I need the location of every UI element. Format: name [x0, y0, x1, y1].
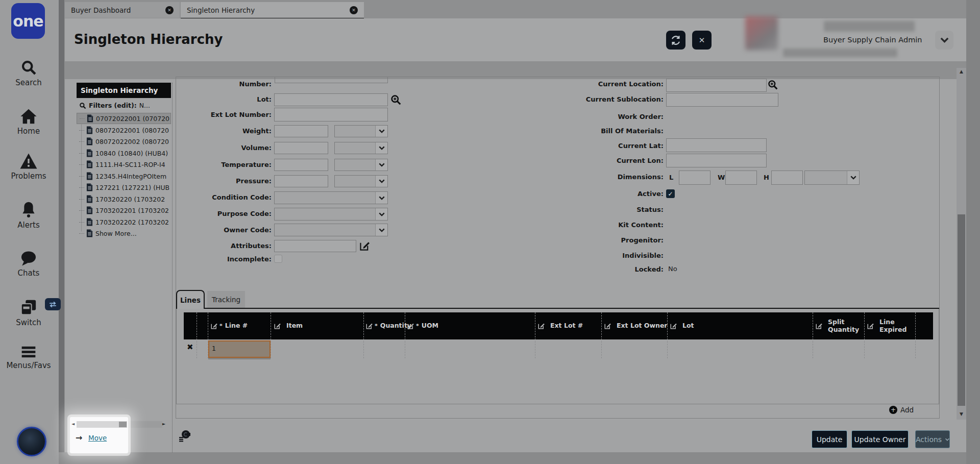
col-header-uom[interactable]: *UOM — [407, 312, 438, 339]
tree-filters-row[interactable]: Filters (edit): N... — [77, 99, 171, 112]
dim-uom-select[interactable] — [804, 170, 860, 185]
current-lat-input[interactable] — [666, 138, 767, 152]
current-lon-input[interactable] — [666, 154, 767, 167]
tab-tracking[interactable]: Tracking — [207, 291, 245, 308]
bell-icon — [20, 201, 37, 218]
menu-icon — [20, 345, 37, 359]
ext-lot-number-input[interactable] — [274, 108, 388, 121]
tree-show-more[interactable]: Show More... — [77, 228, 171, 239]
sidebar-item-chats[interactable]: Chats — [0, 251, 57, 278]
incomplete-checkbox[interactable] — [274, 255, 282, 263]
filters-label[interactable]: Filters (edit): — [89, 102, 137, 109]
weight-uom-select[interactable] — [334, 125, 388, 137]
line-number-cell[interactable]: 1 — [208, 340, 271, 358]
current-location-input[interactable] — [666, 79, 767, 92]
weight-input[interactable] — [274, 125, 328, 137]
volume-uom-select[interactable] — [334, 142, 388, 154]
tree-item[interactable]: 07072022001 (070720 — [77, 113, 171, 124]
user-avatar-bottom[interactable] — [17, 427, 46, 456]
tree-item[interactable]: 10840 (10840) (HUB4) — [77, 148, 171, 159]
tree-item[interactable]: 08072022001 (080720 — [77, 125, 171, 136]
grid-column-divider — [915, 312, 916, 358]
refresh-button[interactable] — [666, 31, 685, 50]
tree-item[interactable]: 1111.H4-SC11-ROP-I4 — [77, 159, 171, 170]
vertical-scroll-thumb[interactable] — [958, 214, 965, 406]
tree-item[interactable]: 127221 (127221) (HUB — [77, 182, 171, 193]
dim-w-input[interactable] — [725, 170, 757, 185]
filter-search-icon — [79, 102, 86, 109]
sidebar-item-home[interactable]: Home — [0, 108, 57, 136]
barcode-scanner-icon[interactable] — [178, 429, 191, 443]
document-icon — [86, 229, 93, 237]
tree-item[interactable]: 170320220 (1703202 — [77, 193, 171, 205]
scroll-up-icon[interactable]: ▲ — [957, 69, 966, 74]
horizontal-scroll-thumb[interactable] — [119, 422, 127, 427]
sidebar-item-problems[interactable]: Problems — [0, 153, 57, 181]
user-menu-button[interactable] — [935, 31, 953, 50]
tab-singleton-hierarchy[interactable]: Singleton Hierarchy ✕ — [181, 2, 364, 19]
add-line-button[interactable]: + Add — [889, 406, 914, 414]
sidebar-item-menus-favs[interactable]: Menus/Favs — [0, 345, 57, 370]
close-screen-button[interactable]: ✕ — [692, 31, 712, 50]
owner-code-select[interactable] — [274, 224, 388, 236]
tree-item[interactable]: 08072022002 (080720 — [77, 136, 171, 147]
pressure-input[interactable] — [274, 175, 328, 187]
scroll-right-icon[interactable]: ► — [162, 422, 165, 426]
col-header-line-expired[interactable]: Line Expired — [867, 312, 911, 339]
col-header-item[interactable]: Item — [274, 312, 303, 339]
switch-context-badge[interactable] — [45, 298, 61, 310]
tour-spotlight: ◄ → Move — [70, 417, 128, 453]
col-header-split-quantity[interactable]: Split Quantity — [815, 312, 860, 339]
tree-form-divider — [172, 83, 173, 452]
temperature-input[interactable] — [274, 159, 328, 171]
edit-column-icon — [274, 322, 281, 330]
col-header-ext-lot-owner[interactable]: Ext Lot Owner — [604, 312, 668, 339]
attributes-input[interactable] — [274, 240, 356, 252]
lot-lookup-icon[interactable] — [390, 94, 401, 105]
purpose-code-select[interactable] — [274, 208, 388, 221]
condition-code-select[interactable] — [274, 191, 388, 204]
delete-row-icon[interactable]: ✖ — [187, 343, 193, 352]
chat-icon — [20, 251, 37, 266]
col-label: Ext Lot # — [550, 322, 583, 329]
volume-input[interactable] — [274, 142, 328, 154]
one-network-logo[interactable]: one — [11, 3, 45, 39]
tree-stub — [79, 233, 84, 234]
dim-l-input[interactable] — [679, 170, 710, 185]
user-avatar[interactable] — [745, 16, 778, 50]
update-button[interactable]: Update — [812, 430, 847, 448]
sidebar-item-search[interactable]: Search — [0, 59, 57, 87]
tab-buyer-dashboard[interactable]: Buyer Dashboard ✕ — [65, 2, 180, 18]
horizontal-scrollbar[interactable] — [128, 421, 162, 428]
active-checkbox[interactable]: ✓ — [666, 189, 675, 198]
pressure-uom-select[interactable] — [334, 175, 388, 187]
sidebar-item-alerts[interactable]: Alerts — [0, 201, 57, 230]
actions-button[interactable]: Actions — [915, 430, 950, 448]
grid-column-divider — [363, 312, 364, 358]
edit-column-icon — [365, 322, 373, 330]
move-link[interactable]: Move — [88, 434, 107, 442]
tab-close-icon[interactable]: ✕ — [165, 6, 174, 14]
filters-value: N... — [139, 102, 150, 109]
col-header-ext-lot[interactable]: Ext Lot # — [537, 312, 583, 339]
dim-h-input[interactable] — [771, 170, 803, 185]
tree-item[interactable]: 1703202201 (1703202 — [77, 205, 171, 216]
chevron-down-icon — [940, 37, 949, 43]
temperature-uom-select[interactable] — [334, 159, 388, 171]
grid-column-divider — [405, 312, 405, 358]
current-sublocation-input[interactable] — [666, 93, 778, 107]
current-location-lookup-icon[interactable] — [768, 80, 778, 90]
tree-item[interactable]: 12345.H4IntegPOItem — [77, 170, 171, 182]
field-label: Volume: — [175, 144, 272, 152]
number-field-cropped[interactable] — [275, 77, 388, 83]
col-header-line[interactable]: *Line # — [210, 312, 248, 339]
update-owner-button[interactable]: Update Owner — [851, 430, 909, 448]
scroll-down-icon[interactable]: ▼ — [957, 411, 966, 417]
tab-lines[interactable]: Lines — [176, 290, 205, 309]
lot-input[interactable] — [274, 93, 388, 106]
tab-close-icon[interactable]: ✕ — [350, 6, 358, 14]
tree-item[interactable]: 1703202202 (1703202 — [77, 216, 171, 228]
scroll-left-icon[interactable]: ◄ — [71, 422, 75, 426]
col-header-lot[interactable]: Lot — [670, 312, 694, 339]
edit-attributes-icon[interactable] — [359, 240, 371, 252]
